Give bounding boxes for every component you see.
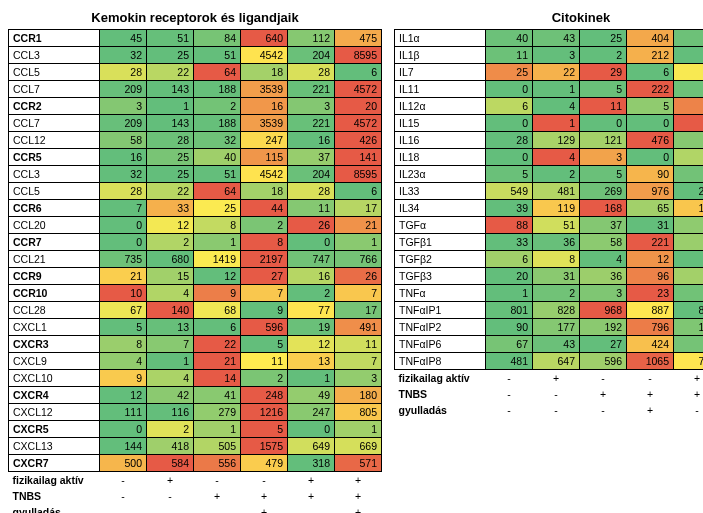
row-label: TGFβ1 <box>395 234 486 251</box>
table-row: CCR7021801 <box>9 234 382 251</box>
heatmap-cell: 140 <box>147 302 194 319</box>
heatmap-cell: 15 <box>147 268 194 285</box>
heatmap-cell: 25 <box>194 200 241 217</box>
heatmap-cell: 58 <box>100 132 147 149</box>
heatmap-cell: 1419 <box>194 251 241 268</box>
row-label: CCR7 <box>9 234 100 251</box>
heatmap-cell: 3539 <box>241 81 288 98</box>
right-title: Citokinek <box>394 8 703 29</box>
heatmap-cell: 18 <box>241 64 288 81</box>
heatmap-cell: 7 <box>335 285 382 302</box>
heatmap-cell: 1 <box>674 149 704 166</box>
row-label: TNFαIP8 <box>395 353 486 370</box>
heatmap-cell: 3 <box>533 47 580 64</box>
heatmap-cell: 4 <box>533 98 580 115</box>
heatmap-cell: 21 <box>100 268 147 285</box>
row-label: IL7 <box>395 64 486 81</box>
footer-cell: + <box>533 370 580 387</box>
heatmap-cell: 10 <box>674 98 704 115</box>
heatmap-cell: 212 <box>627 47 674 64</box>
heatmap-cell: 1216 <box>241 404 288 421</box>
heatmap-cell: 1 <box>486 285 533 302</box>
table-row: IL725222961716 <box>395 64 704 81</box>
row-label: CCL7 <box>9 81 100 98</box>
heatmap-cell: 90 <box>486 319 533 336</box>
table-row: IL18043012 <box>395 149 704 166</box>
heatmap-cell: 596 <box>241 319 288 336</box>
table-row: TGFβ133365822166198 <box>395 234 704 251</box>
heatmap-cell: 111 <box>100 404 147 421</box>
heatmap-cell: 5 <box>241 421 288 438</box>
footer-cell: + <box>288 488 335 504</box>
heatmap-cell: 1 <box>194 234 241 251</box>
table-row: IL34391191686512081 <box>395 200 704 217</box>
row-label: CCL12 <box>9 132 100 149</box>
heatmap-cell: 51 <box>147 30 194 47</box>
heatmap-cell: 475 <box>335 30 382 47</box>
row-label: TNFαIP6 <box>395 336 486 353</box>
row-label: TGFβ2 <box>395 251 486 268</box>
heatmap-cell: 143 <box>147 81 194 98</box>
heatmap-cell: 2 <box>147 421 194 438</box>
heatmap-cell: 233 <box>674 183 704 200</box>
heatmap-cell: 3 <box>288 98 335 115</box>
table-row: CCL2173568014192197747766 <box>9 251 382 268</box>
heatmap-cell: 12 <box>194 268 241 285</box>
footer-cell: + <box>335 504 382 513</box>
heatmap-cell: 40 <box>486 30 533 47</box>
heatmap-cell: 9 <box>194 285 241 302</box>
row-label: CXCR4 <box>9 387 100 404</box>
row-label: IL18 <box>395 149 486 166</box>
heatmap-cell: 11 <box>288 200 335 217</box>
footer-cell: + <box>674 386 704 402</box>
heatmap-cell: 4542 <box>241 166 288 183</box>
row-label: CXCL9 <box>9 353 100 370</box>
table-row: CCL332255145422048595 <box>9 47 382 64</box>
heatmap-cell: 51 <box>533 217 580 234</box>
row-label: IL15 <box>395 115 486 132</box>
footer-cell: + <box>194 488 241 504</box>
heatmap-cell: 77 <box>288 302 335 319</box>
heatmap-cell: 25 <box>486 64 533 81</box>
heatmap-cell: 14 <box>194 370 241 387</box>
heatmap-cell: 279 <box>194 404 241 421</box>
table-row: CCR9211512271626 <box>9 268 382 285</box>
heatmap-cell: 17 <box>674 64 704 81</box>
heatmap-cell: 31 <box>533 268 580 285</box>
heatmap-cell: 571 <box>335 455 382 472</box>
table-row: CXCR7500584556479318571 <box>9 455 382 472</box>
heatmap-cell: 16 <box>288 268 335 285</box>
heatmap-cell: 8 <box>241 234 288 251</box>
heatmap-cell: 25 <box>147 47 194 64</box>
heatmap-cell: 42 <box>147 387 194 404</box>
heatmap-cell: 0 <box>100 421 147 438</box>
heatmap-cell: 25 <box>147 166 194 183</box>
heatmap-cell: 0 <box>627 115 674 132</box>
heatmap-cell: 669 <box>335 438 382 455</box>
footer-cell: - <box>100 504 147 513</box>
heatmap-cell: 37 <box>288 149 335 166</box>
row-label: TNFα <box>395 285 486 302</box>
heatmap-cell: 2 <box>288 285 335 302</box>
heatmap-cell: 596 <box>580 353 627 370</box>
heatmap-cell: 2 <box>533 166 580 183</box>
heatmap-cell: 22 <box>533 64 580 81</box>
table-row: CCL528226418286 <box>9 183 382 200</box>
heatmap-cell: 3 <box>580 149 627 166</box>
heatmap-cell: 0 <box>627 149 674 166</box>
footer-cell: - <box>100 488 147 504</box>
table-row: TNFαIP667432742462640 <box>395 336 704 353</box>
heatmap-cell: 1 <box>147 98 194 115</box>
heatmap-cell: 36 <box>533 234 580 251</box>
heatmap-cell: 5 <box>580 81 627 98</box>
heatmap-cell: 96 <box>627 268 674 285</box>
row-label: TNFαIP2 <box>395 319 486 336</box>
footer-cell: - <box>533 386 580 402</box>
footer-cell: + <box>241 504 288 513</box>
heatmap-cell: 968 <box>580 302 627 319</box>
heatmap-cell: 22 <box>147 183 194 200</box>
heatmap-cell: 11 <box>241 353 288 370</box>
footer-cell: - <box>100 472 147 489</box>
heatmap-cell: 418 <box>147 438 194 455</box>
table-row: IL1α40432540442544 <box>395 30 704 47</box>
